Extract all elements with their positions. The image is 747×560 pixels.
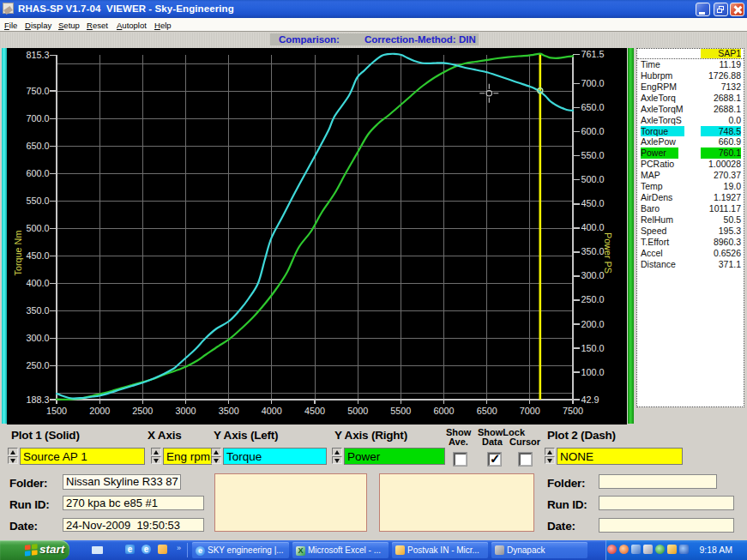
svg-text:450.0: 450.0 — [26, 250, 49, 261]
svg-text:350.0: 350.0 — [581, 246, 605, 256]
svg-text:815.3: 815.3 — [26, 50, 49, 60]
svg-text:500.0: 500.0 — [26, 223, 49, 233]
svg-text:5500: 5500 — [390, 406, 411, 416]
svg-text:700.0: 700.0 — [26, 113, 49, 123]
svg-text:250.0: 250.0 — [581, 294, 605, 304]
svg-text:7500: 7500 — [563, 406, 583, 416]
svg-text:650.0: 650.0 — [26, 141, 49, 151]
svg-text:7000: 7000 — [520, 406, 540, 416]
svg-text:750.0: 750.0 — [26, 86, 49, 96]
svg-text:350.0: 350.0 — [26, 305, 49, 316]
svg-text:600.0: 600.0 — [26, 168, 49, 178]
svg-text:5000: 5000 — [347, 406, 368, 416]
svg-text:150.0: 150.0 — [581, 343, 605, 353]
svg-text:100.0: 100.0 — [581, 367, 605, 377]
svg-text:6000: 6000 — [433, 406, 454, 416]
svg-text:2000: 2000 — [89, 406, 110, 416]
svg-text:700.0: 700.0 — [581, 78, 605, 88]
svg-text:1500: 1500 — [46, 406, 67, 416]
svg-text:3000: 3000 — [175, 406, 196, 416]
svg-text:42.9: 42.9 — [581, 394, 599, 405]
svg-text:550.0: 550.0 — [581, 150, 605, 160]
svg-text:188.3: 188.3 — [26, 394, 49, 405]
svg-text:300.0: 300.0 — [581, 270, 605, 280]
svg-text:450.0: 450.0 — [581, 198, 605, 208]
svg-text:4000: 4000 — [262, 406, 282, 416]
svg-text:Torque Nm: Torque Nm — [13, 231, 23, 276]
svg-text:250.0: 250.0 — [26, 360, 49, 370]
svg-text:550.0: 550.0 — [26, 196, 49, 206]
svg-text:600.0: 600.0 — [581, 126, 605, 136]
svg-text:3500: 3500 — [219, 406, 239, 416]
svg-text:6500: 6500 — [477, 406, 497, 416]
svg-text:200.0: 200.0 — [581, 319, 605, 329]
svg-text:400.0: 400.0 — [26, 278, 49, 288]
svg-text:761.5: 761.5 — [581, 49, 605, 59]
svg-text:300.0: 300.0 — [26, 333, 49, 343]
svg-text:400.0: 400.0 — [581, 222, 605, 232]
svg-text:500.0: 500.0 — [581, 174, 605, 184]
svg-text:4500: 4500 — [304, 406, 325, 416]
svg-text:650.0: 650.0 — [581, 102, 605, 112]
svg-text:Power PS: Power PS — [603, 232, 613, 274]
svg-text:2500: 2500 — [132, 406, 153, 416]
